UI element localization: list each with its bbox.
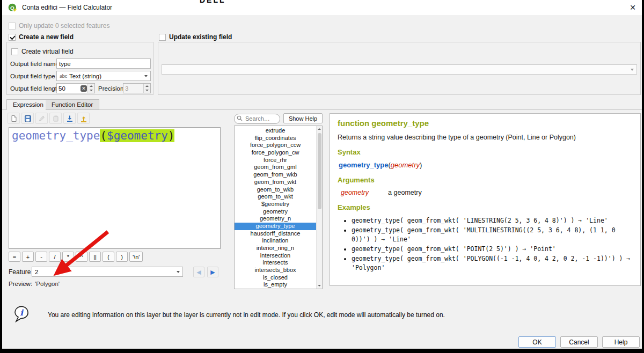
operator-button[interactable]: ) <box>116 252 128 262</box>
window-title: Conta edifici — Field Calculator <box>22 4 112 11</box>
preview-row: Preview:'Polygon' <box>9 281 60 287</box>
function-list-item[interactable]: geom_from_wkt <box>235 179 316 186</box>
scrollbar-down-icon[interactable] <box>317 283 322 289</box>
create-new-field-checkbox[interactable]: Create a new field <box>9 33 74 41</box>
update-existing-field-checkbox[interactable]: Update existing field <box>159 33 232 41</box>
next-feature-button[interactable]: ▶ <box>207 267 218 277</box>
argument-row: geometry a geometry <box>341 189 633 196</box>
show-help-button[interactable]: Show Help <box>283 113 323 123</box>
ok-button[interactable]: OK <box>518 336 556 348</box>
preview-label: Preview: <box>9 281 32 287</box>
checkbox-checked-box <box>9 34 16 41</box>
function-list-item[interactable]: force_polygon_ccw <box>235 142 316 149</box>
tab-expression[interactable]: Expression <box>6 99 50 110</box>
only-update-selected-checkbox[interactable]: Only update 0 selected features <box>9 21 109 30</box>
syntax-signature: geometry_type(geometry) <box>339 161 633 169</box>
precision-value: 3 <box>123 85 143 92</box>
tab-function-editor[interactable]: Function Editor <box>46 99 99 110</box>
function-list-item[interactable]: is_empty <box>235 281 316 289</box>
argument-name: geometry <box>341 189 369 196</box>
export-expression-button[interactable] <box>77 113 90 124</box>
output-field-length-spinner[interactable]: 50 ✕ <box>56 83 95 93</box>
function-list-item[interactable]: geom_from_gml <box>235 164 316 171</box>
function-list-item[interactable]: interior_ring_n <box>235 245 316 252</box>
function-list-scrollbar[interactable] <box>316 126 322 289</box>
only-update-selected-label: Only update 0 selected features <box>19 22 109 30</box>
operator-button[interactable]: ( <box>103 252 114 262</box>
close-button[interactable]: ✕ <box>630 3 636 12</box>
output-field-type-combo[interactable]: abc Text (string) <box>56 71 151 81</box>
operator-button[interactable]: ^ <box>76 252 87 262</box>
spinner-arrows[interactable] <box>87 84 94 93</box>
spin-down-icon[interactable] <box>90 90 93 91</box>
expression-argument-token: $geometry <box>107 129 168 142</box>
feature-label: Feature <box>9 268 31 276</box>
example-item: geometry_type( geom_from_wkt( 'LINESTRIN… <box>352 216 633 225</box>
function-list-item[interactable]: geom_from_wkb <box>235 171 316 179</box>
function-list-item[interactable]: geom_to_wkb <box>235 186 316 194</box>
function-list-item[interactable]: geometry_n <box>235 215 316 223</box>
function-list-item[interactable]: extrude <box>235 127 316 135</box>
function-list-item[interactable]: hausdorff_distance <box>235 230 316 238</box>
scrollbar-thumb[interactable] <box>318 133 321 209</box>
delete-expression-button[interactable] <box>49 113 62 124</box>
clear-value-icon[interactable]: ✕ <box>80 85 87 92</box>
existing-field-combo <box>162 64 637 75</box>
function-list-item[interactable]: geometry <box>235 208 316 216</box>
help-button[interactable]: Help <box>602 336 640 348</box>
export-up-arrow-icon <box>80 115 87 122</box>
expression-editor[interactable]: geometry_type($geometry) <box>9 127 221 249</box>
operator-button[interactable]: * <box>62 252 74 262</box>
function-list-item[interactable]: inclination <box>235 237 316 245</box>
spin-down-icon <box>145 90 149 91</box>
scrollbar-up-icon[interactable] <box>317 126 322 132</box>
example-item: geometry_type( geom_from_wkt( 'POINT(2 5… <box>352 245 633 253</box>
blank-page-icon <box>10 115 18 122</box>
function-list-item[interactable]: intersects <box>235 259 316 267</box>
function-list-item[interactable]: geom_to_wkt <box>235 193 316 201</box>
previous-feature-button[interactable]: ◀ <box>193 267 204 277</box>
save-expression-button[interactable] <box>21 113 34 124</box>
examples-heading: Examples <box>338 203 633 211</box>
function-list-item[interactable]: intersects_bbox <box>235 267 316 274</box>
chevron-down-icon <box>144 75 148 77</box>
feature-combo[interactable]: 2 <box>32 267 183 277</box>
precision-spinner: 3 <box>123 83 151 93</box>
function-list-item[interactable]: flip_coordinates <box>235 135 316 142</box>
import-expression-button[interactable] <box>63 113 76 124</box>
expression-function-token: geometry_type <box>12 129 100 142</box>
function-list-item[interactable]: force_rhr <box>235 157 316 164</box>
new-field-group: Create virtual field Output field name O… <box>6 42 153 95</box>
function-list-item[interactable]: force_polygon_cw <box>235 149 316 157</box>
operator-button[interactable]: || <box>89 252 101 262</box>
help-description: Returns a string value describing the ty… <box>338 134 633 141</box>
operator-button[interactable]: - <box>35 252 47 262</box>
function-list-item[interactable]: is_closed <box>235 274 316 282</box>
operator-button[interactable]: + <box>22 252 34 262</box>
edit-expression-button[interactable] <box>35 113 48 124</box>
operator-button[interactable]: '\n' <box>129 252 143 262</box>
cancel-button[interactable]: Cancel <box>560 336 598 348</box>
output-field-length-label: Output field length <box>10 84 60 94</box>
example-item: geometry_type( geom_from_wkt( 'POLYGON((… <box>352 254 633 272</box>
titlebar: Q Conta edifici — Field Calculator ✕ <box>2 0 642 15</box>
function-list-item[interactable]: geometry_type <box>235 223 316 230</box>
operator-button[interactable]: / <box>49 252 61 262</box>
examples-list: geometry_type( geom_from_wkt( 'LINESTRIN… <box>352 216 633 272</box>
spinner-arrows <box>143 84 150 93</box>
clear-expression-button[interactable] <box>8 113 20 124</box>
update-existing-field-group <box>158 42 641 95</box>
spin-up-icon <box>145 85 149 87</box>
spin-up-icon[interactable] <box>90 85 93 87</box>
search-icon <box>237 115 243 121</box>
arguments-heading: Arguments <box>338 176 633 184</box>
output-field-name-input[interactable] <box>56 58 151 69</box>
function-list-item[interactable]: intersection <box>235 252 316 260</box>
create-virtual-field-label: Create virtual field <box>21 48 74 55</box>
precision-label: Precision <box>98 84 123 94</box>
operator-button[interactable]: = <box>9 252 20 262</box>
function-help-panel: function geometry_type Returns a string … <box>330 113 641 286</box>
create-virtual-field-checkbox[interactable]: Create virtual field <box>11 47 74 56</box>
function-list-item[interactable]: $geometry <box>235 201 316 208</box>
field-calculator-dialog: Q Conta edifici — Field Calculator ✕ Onl… <box>2 0 642 349</box>
